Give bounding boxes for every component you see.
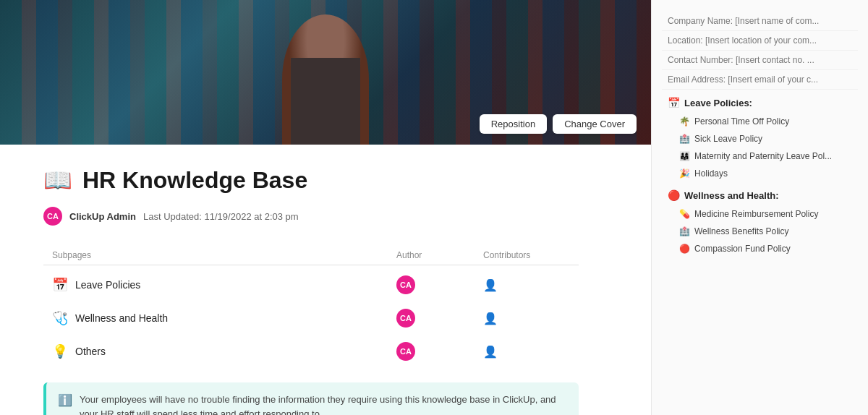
- sidebar-item-compassion-fund[interactable]: 🔴 Compassion Fund Policy: [662, 240, 858, 257]
- last-updated: Last Updated: 11/19/2022 at 2:03 pm: [143, 211, 299, 222]
- sidebar-item-sick-leave[interactable]: 🏥 Sick Leave Policy: [662, 130, 858, 147]
- location-field: Location: [Insert location of your com..…: [662, 31, 858, 51]
- table-header: Subpages Author Contributors: [43, 246, 579, 265]
- medicine-label: Medicine Reimbursement Policy: [694, 209, 818, 219]
- wellness-section-emoji: 🔴: [668, 189, 680, 201]
- main-content: Reposition Change Cover 📖 HR Knowledge B…: [0, 0, 651, 415]
- avatar: CA: [43, 207, 62, 226]
- sidebar-item-holidays[interactable]: 🎉 Holidays: [662, 165, 858, 182]
- info-text: Your employees will have no trouble find…: [80, 393, 567, 415]
- col-subpages: Subpages: [52, 250, 396, 260]
- leave-policies-icon: 📅: [52, 277, 68, 293]
- row-contributors: 👤: [483, 312, 570, 325]
- col-contributors: Contributors: [483, 250, 570, 260]
- col-author: Author: [396, 250, 483, 260]
- author-avatar: CA: [396, 275, 415, 294]
- personal-time-off-icon: 🌴: [679, 116, 690, 127]
- holidays-icon: 🎉: [679, 168, 690, 179]
- wellness-benefits-icon: 🏥: [679, 226, 690, 236]
- contributor-person-icon: 👤: [483, 345, 498, 359]
- company-name-field: Company Name: [Insert name of com...: [662, 12, 858, 31]
- change-cover-button[interactable]: Change Cover: [553, 114, 637, 134]
- author-name: ClickUp Admin: [69, 211, 136, 222]
- meta-row: CA ClickUp Admin Last Updated: 11/19/202…: [43, 207, 579, 226]
- personal-time-off-label: Personal Time Off Policy: [694, 116, 789, 127]
- sidebar-item-personal-time-off[interactable]: 🌴 Personal Time Off Policy: [662, 113, 858, 130]
- sick-leave-label: Sick Leave Policy: [694, 134, 762, 144]
- maternity-leave-label: Maternity and Paternity Leave Pol...: [694, 151, 832, 161]
- row-author: CA: [396, 275, 483, 294]
- subpage-name: 🩺 Wellness and Health: [52, 310, 396, 326]
- row-author: CA: [396, 342, 483, 361]
- compassion-fund-label: Compassion Fund Policy: [694, 244, 791, 254]
- wellness-section-label: Wellness and Health:: [684, 190, 779, 201]
- page-emoji: 📖: [43, 166, 72, 194]
- table-row[interactable]: 🩺 Wellness and Health CA 👤: [43, 301, 579, 335]
- row-contributors: 👤: [483, 278, 570, 292]
- contributor-person-icon: 👤: [483, 312, 498, 325]
- subpage-name: 📅 Leave Policies: [52, 277, 396, 293]
- hero-figure: [282, 14, 369, 145]
- others-icon: 💡: [52, 343, 68, 359]
- leave-section-label: Leave Policies:: [684, 98, 752, 108]
- page-body: 📖 HR Knowledge Base CA ClickUp Admin Las…: [0, 145, 622, 415]
- hero-buttons: Reposition Change Cover: [480, 114, 637, 134]
- row-contributors: 👤: [483, 345, 570, 359]
- leave-policies-label: Leave Policies: [75, 279, 140, 291]
- compassion-fund-icon: 🔴: [679, 244, 690, 254]
- hero-image: Reposition Change Cover: [0, 0, 651, 145]
- page-title: HR Knowledge Base: [82, 167, 307, 194]
- sidebar-item-maternity-leave[interactable]: 👨‍👩‍👧 Maternity and Paternity Leave Pol.…: [662, 147, 858, 165]
- table-row[interactable]: 💡 Others CA 👤: [43, 335, 579, 368]
- wellness-benefits-label: Wellness Benefits Policy: [694, 226, 789, 236]
- wellness-section-title: 🔴 Wellness and Health:: [662, 182, 858, 205]
- maternity-leave-icon: 👨‍👩‍👧: [679, 151, 690, 161]
- table-row[interactable]: 📅 Leave Policies CA 👤: [43, 268, 579, 301]
- title-row: 📖 HR Knowledge Base: [43, 166, 579, 194]
- info-icon: ℹ️: [58, 393, 72, 415]
- author-avatar: CA: [396, 309, 415, 328]
- others-label: Others: [75, 346, 106, 357]
- leave-section-title: 📅 Leave Policies:: [662, 90, 858, 113]
- author-avatar: CA: [396, 342, 415, 361]
- medicine-icon: 💊: [679, 209, 690, 219]
- row-author: CA: [396, 309, 483, 328]
- leave-section-emoji: 📅: [668, 97, 680, 108]
- subpage-name: 💡 Others: [52, 343, 396, 359]
- contributor-person-icon: 👤: [483, 278, 498, 292]
- wellness-label: Wellness and Health: [75, 312, 168, 324]
- sick-leave-icon: 🏥: [679, 134, 690, 144]
- reposition-button[interactable]: Reposition: [480, 114, 547, 134]
- sidebar: Company Name: [Insert name of com... Loc…: [651, 0, 868, 415]
- sidebar-item-wellness-benefits[interactable]: 🏥 Wellness Benefits Policy: [662, 223, 858, 240]
- info-box: ℹ️ Your employees will have no trouble f…: [43, 382, 579, 415]
- contact-field: Contact Number: [Insert contact no. ...: [662, 51, 858, 70]
- holidays-label: Holidays: [694, 168, 728, 179]
- sidebar-item-medicine[interactable]: 💊 Medicine Reimbursement Policy: [662, 205, 858, 223]
- wellness-icon: 🩺: [52, 310, 68, 326]
- email-field: Email Address: [Insert email of your c..…: [662, 70, 858, 90]
